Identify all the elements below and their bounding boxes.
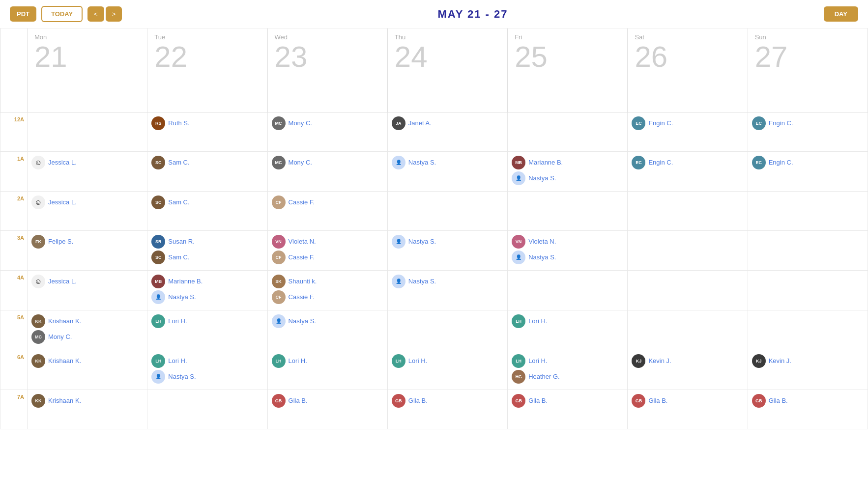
event-item[interactable]: SC Sam C. — [151, 196, 263, 209]
event-item[interactable]: EC Engin C. — [752, 116, 864, 130]
event-item[interactable]: ☺ Jessica L. — [31, 156, 143, 169]
event-item[interactable]: RS Ruth S. — [151, 116, 263, 130]
event-item[interactable]: KK Krishaan K. — [31, 394, 143, 408]
day-header-fri: Fri 25 — [508, 28, 628, 112]
event-item[interactable]: CF Cassie F. — [272, 290, 383, 304]
day-number: 23 — [275, 41, 380, 73]
event-item[interactable]: 👤 Nastya S. — [151, 370, 263, 384]
nav-group: < > — [87, 6, 122, 22]
day-header-sun: Sun 27 — [748, 28, 868, 112]
event-item[interactable]: GB Gila B. — [392, 394, 503, 408]
event-item[interactable]: HG Heather G. — [512, 370, 623, 384]
event-item[interactable]: VN Violeta N. — [272, 235, 383, 249]
today-button[interactable]: TODAY — [41, 6, 83, 22]
event-name: Marianne B. — [168, 278, 203, 285]
event-name: Engin C. — [648, 119, 673, 127]
event-name: Marianne B. — [528, 159, 563, 166]
event-item[interactable]: CF Cassie F. — [272, 196, 383, 209]
day-number: 26 — [635, 41, 740, 73]
event-name: Nastya S. — [528, 253, 556, 261]
event-item[interactable]: 👤 Nastya S. — [392, 156, 503, 169]
event-cell-2A-day2: CF Cassie F. — [267, 191, 387, 230]
event-name: Lori H. — [528, 357, 547, 364]
event-item[interactable]: ☺ Jessica L. — [31, 196, 143, 209]
event-item[interactable]: KK Krishaan K. — [31, 354, 143, 368]
event-cell-12A-day1: RS Ruth S. — [147, 112, 267, 151]
event-item[interactable]: LH Lori H. — [151, 354, 263, 368]
event-item[interactable]: VN Violeta N. — [512, 235, 623, 249]
event-cell-7A-day2: GB Gila B. — [267, 390, 387, 429]
event-item[interactable]: LH Lori H. — [392, 354, 503, 368]
event-item[interactable]: 👤 Nastya S. — [512, 171, 623, 185]
event-item[interactable]: GB Gila B. — [752, 394, 864, 408]
event-cell-3A-day5 — [628, 230, 748, 270]
event-item[interactable]: LH Lori H. — [512, 314, 623, 328]
event-name: Sam C. — [168, 159, 189, 166]
event-name: Engin C. — [769, 119, 793, 127]
event-cell-1A-day5: EC Engin C. — [628, 151, 748, 191]
event-name: Jessica L. — [48, 198, 77, 206]
event-cell-4A-day1: MB Marianne B. 👤 Nastya S. — [147, 270, 267, 310]
event-item[interactable]: CF Cassie F. — [272, 251, 383, 264]
time-label-12A: 12A — [0, 112, 28, 151]
event-cell-1A-day4: MB Marianne B. 👤 Nastya S. — [508, 151, 628, 191]
event-item[interactable]: MB Marianne B. — [151, 275, 263, 288]
event-item[interactable]: GB Gila B. — [632, 394, 743, 408]
event-name: Cassie F. — [289, 253, 315, 261]
event-item[interactable]: EC Engin C. — [752, 156, 864, 169]
event-item[interactable]: MC Mony C. — [31, 330, 143, 344]
event-item[interactable]: LH Lori H. — [272, 354, 383, 368]
event-cell-5A-day6 — [748, 310, 868, 350]
event-cell-7A-day1 — [147, 390, 267, 429]
event-item[interactable]: KJ Kevin J. — [632, 354, 743, 368]
event-cell-3A-day1: SR Susan R. SC Sam C. — [147, 230, 267, 270]
event-cell-4A-day2: SK Shaunti k. CF Cassie F. — [267, 270, 387, 310]
event-item[interactable]: MC Mony C. — [272, 116, 383, 130]
event-name: Nastya S. — [408, 238, 436, 245]
day-button[interactable]: DAY — [824, 6, 858, 22]
next-button[interactable]: > — [106, 6, 122, 22]
time-label-6A: 6A — [0, 350, 28, 390]
event-item[interactable]: 👤 Nastya S. — [272, 314, 383, 328]
event-cell-3A-day3: 👤 Nastya S. — [387, 230, 507, 270]
prev-button[interactable]: < — [87, 6, 104, 22]
event-item[interactable]: SC Sam C. — [151, 156, 263, 169]
event-item[interactable]: LH Lori H. — [151, 314, 263, 328]
event-item[interactable]: 👤 Nastya S. — [392, 235, 503, 249]
day-name: Thu — [395, 33, 500, 41]
time-row-7A: 7A KK Krishaan K. GB Gila B. GB Gila B. … — [0, 390, 868, 429]
event-item[interactable]: KJ Kevin J. — [752, 354, 864, 368]
event-item[interactable]: SK Shaunti k. — [272, 275, 383, 288]
event-name: Lori H. — [289, 357, 307, 364]
event-item[interactable]: JA Janet A. — [392, 116, 503, 130]
event-item[interactable]: ☺ Jessica L. — [31, 275, 143, 288]
event-item[interactable]: GB Gila B. — [272, 394, 383, 408]
event-item[interactable]: MB Marianne B. — [512, 156, 623, 169]
event-item[interactable]: FK Felipe S. — [31, 235, 143, 249]
event-cell-6A-day4: LH Lori H. HG Heather G. — [508, 350, 628, 390]
calendar-table: Mon 21 Tue 22 Wed 23 Thu 24 Fri 25 Sat 2… — [0, 28, 868, 429]
event-item[interactable]: MC Mony C. — [272, 156, 383, 169]
event-item[interactable]: SR Susan R. — [151, 235, 263, 249]
event-item[interactable]: 👤 Nastya S. — [392, 275, 503, 288]
event-cell-4A-day3: 👤 Nastya S. — [387, 270, 507, 310]
event-item[interactable]: 👤 Nastya S. — [151, 290, 263, 304]
event-cell-1A-day2: MC Mony C. — [267, 151, 387, 191]
event-cell-12A-day3: JA Janet A. — [387, 112, 507, 151]
day-header-sat: Sat 26 — [628, 28, 748, 112]
event-item[interactable]: KK Krishaan K. — [31, 314, 143, 328]
pdt-button[interactable]: PDT — [10, 6, 36, 22]
event-item[interactable]: 👤 Nastya S. — [512, 251, 623, 264]
event-name: Nastya S. — [408, 159, 436, 166]
event-cell-3A-day2: VN Violeta N. CF Cassie F. — [267, 230, 387, 270]
event-cell-4A-day6 — [748, 270, 868, 310]
day-number: 21 — [34, 41, 140, 73]
event-item[interactable]: LH Lori H. — [512, 354, 623, 368]
event-cell-5A-day5 — [628, 310, 748, 350]
event-item[interactable]: EC Engin C. — [632, 116, 743, 130]
event-name: Gila B. — [408, 397, 428, 404]
day-name: Fri — [515, 33, 620, 41]
event-item[interactable]: EC Engin C. — [632, 156, 743, 169]
event-item[interactable]: GB Gila B. — [512, 394, 623, 408]
event-item[interactable]: SC Sam C. — [151, 251, 263, 264]
